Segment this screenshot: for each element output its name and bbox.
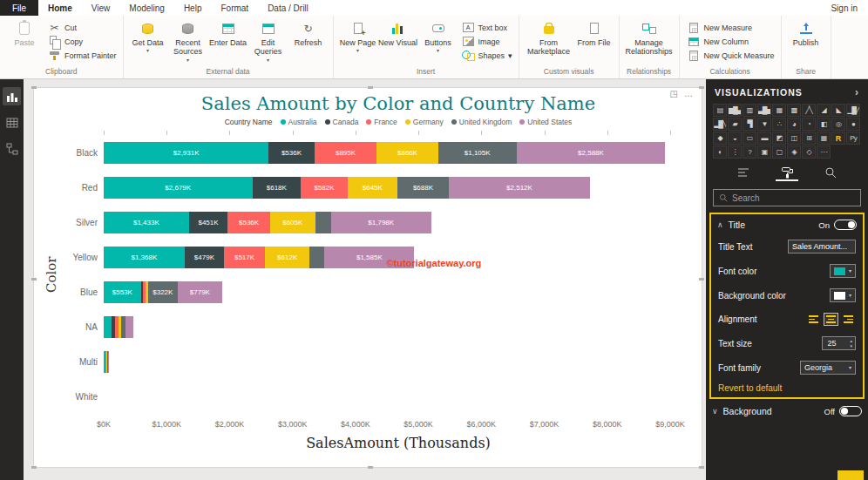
legend-item[interactable]: Germany <box>405 118 444 126</box>
legend-item[interactable]: United States <box>519 118 572 126</box>
resize-handle[interactable] <box>31 278 37 281</box>
bar-segment[interactable]: $582K <box>301 177 348 199</box>
sign-in-button[interactable]: Sign in <box>820 0 868 16</box>
key-influencers-icon[interactable]: ◐ <box>713 145 727 159</box>
new-quick-measure-button[interactable]: New Quick Measure <box>688 50 775 61</box>
new-visual-button[interactable]: New Visual <box>378 17 418 47</box>
align-center-button[interactable] <box>824 313 838 326</box>
bar-segment[interactable]: $618K <box>253 177 302 199</box>
100-stacked-bar-chart-icon[interactable]: ▦ <box>772 104 786 117</box>
resize-handle[interactable] <box>699 278 704 281</box>
text-size-input[interactable]: 25 ▴ ▾ <box>822 336 856 350</box>
bar-segment[interactable] <box>108 351 110 373</box>
stacked-bar[interactable] <box>104 316 133 338</box>
resize-handle[interactable] <box>31 466 37 469</box>
stacked-bar[interactable]: $553K$322K$779K <box>104 281 222 303</box>
resize-handle[interactable] <box>699 466 704 469</box>
decomposition-tree-icon[interactable]: ⋮ <box>728 145 742 159</box>
legend-item[interactable]: Canada <box>325 118 359 126</box>
scatter-chart-icon[interactable]: ∴ <box>772 118 786 131</box>
area-chart-icon[interactable]: ◢ <box>817 104 831 117</box>
bar-segment[interactable] <box>125 316 133 338</box>
manage-relationships-button[interactable]: Manage Relationships <box>624 17 675 57</box>
text-box-button[interactable]: Text box <box>462 22 512 33</box>
search-input[interactable] <box>732 193 855 203</box>
font-family-dropdown[interactable]: Georgia ▾ <box>800 361 856 375</box>
table-icon[interactable]: ⊞ <box>802 132 816 145</box>
map-icon[interactable]: ◎ <box>831 118 845 131</box>
align-left-button[interactable] <box>806 313 821 326</box>
enter-data-button[interactable]: Enter Data <box>208 17 248 47</box>
stacked-bar[interactable]: $2,931K$536K$895K$866K$1,105K$2,588K <box>104 142 665 164</box>
clustered-column-chart-icon[interactable]: ▃█▅ <box>757 104 771 117</box>
funnel-chart-icon[interactable]: ▼ <box>757 118 771 131</box>
bar-segment[interactable]: $2,679K <box>104 177 253 199</box>
legend-item[interactable]: France <box>366 118 397 126</box>
background-toggle[interactable] <box>839 406 862 416</box>
stacked-bar[interactable]: $1,368K$479K$517K$612K$1,585K <box>104 247 414 268</box>
caret-up-icon[interactable]: ▴ <box>850 339 852 343</box>
card-icon[interactable]: ▭ <box>743 132 756 145</box>
file-menu-button[interactable]: File <box>0 0 38 16</box>
bar-segment[interactable]: $779K <box>178 281 222 303</box>
filled-map-icon[interactable]: ● <box>846 118 860 131</box>
line-and-stacked-column-chart-icon[interactable]: ▁█╱ <box>846 104 860 117</box>
tab-help[interactable]: Help <box>174 0 212 16</box>
matrix-icon[interactable]: ▦ <box>817 132 831 145</box>
edit-queries-button[interactable]: Edit Queries ▾ <box>248 17 288 63</box>
multi-row-card-icon[interactable]: ▬ <box>757 132 771 145</box>
title-toggle[interactable] <box>834 220 857 230</box>
fields-tab[interactable] <box>732 166 755 181</box>
new-column-button[interactable]: New Column <box>688 36 775 47</box>
bar-segment[interactable]: $2,588K <box>517 142 666 164</box>
bar-segment[interactable]: $2,512K <box>449 177 590 199</box>
copy-button[interactable]: Copy <box>48 36 117 47</box>
python-visual-icon[interactable]: Py <box>846 132 860 145</box>
bar-segment[interactable]: $1,368K <box>104 247 185 268</box>
tab-home[interactable]: Home <box>38 0 82 16</box>
bar-segment[interactable]: $895K <box>315 142 377 164</box>
legend-item[interactable]: United Kingdom <box>451 118 512 126</box>
image-button[interactable]: Image <box>462 36 512 47</box>
stacked-bar[interactable] <box>104 351 109 373</box>
bar-segment[interactable]: $1,798K <box>331 212 431 233</box>
stacked-bar[interactable]: $2,679K$618K$582K$645K$688K$2,512K <box>104 177 590 199</box>
revert-to-default-link[interactable]: Revert to default <box>711 380 863 395</box>
stacked-bar[interactable]: $1,433K$451K$536K$605K$1,798K <box>104 212 431 233</box>
arcgis-map-icon[interactable]: ◈ <box>787 145 801 159</box>
bar-segment[interactable]: $612K <box>265 247 309 268</box>
smart-narrative-icon[interactable]: ▣ <box>757 145 771 159</box>
caret-down-icon[interactable]: ▾ <box>850 344 852 348</box>
bar-segment[interactable]: $322K <box>148 281 179 303</box>
new-measure-button[interactable]: New Measure <box>688 22 775 33</box>
title-text-input[interactable] <box>788 240 856 254</box>
format-tab[interactable] <box>776 166 798 181</box>
bar-segment[interactable]: $1,433K <box>104 212 189 233</box>
qa-visual-icon[interactable]: ? <box>743 145 756 159</box>
from-marketplace-button[interactable]: From Marketplace <box>524 17 574 57</box>
format-painter-button[interactable]: Format Painter <box>48 50 117 61</box>
resize-handle[interactable] <box>368 466 373 469</box>
more-options-icon[interactable]: … <box>684 89 693 98</box>
align-right-button[interactable] <box>841 313 856 326</box>
new-page-button[interactable]: New Page ▾ <box>338 17 378 53</box>
legend-item[interactable]: Australia <box>281 118 317 126</box>
recent-sources-button[interactable]: Recent Sources ▾ <box>168 17 208 63</box>
r-script-visual-icon[interactable]: R <box>831 132 845 145</box>
stacked-bar-chart-visual[interactable]: ◳ … Sales Amount by Color and Country Na… <box>33 87 702 468</box>
paginated-report-icon[interactable]: ▢ <box>772 145 786 159</box>
model-view-button[interactable] <box>3 139 21 158</box>
tab-view[interactable]: View <box>82 0 120 16</box>
power-apps-icon[interactable]: ◇ <box>802 145 816 159</box>
data-view-button[interactable] <box>3 113 21 132</box>
chevron-down-icon[interactable]: ∨ <box>712 407 718 416</box>
stacked-area-chart-icon[interactable]: ◣ <box>831 104 845 117</box>
bar-segment[interactable]: $1,105K <box>438 142 517 164</box>
buttons-button[interactable]: Buttons ▾ <box>418 17 458 53</box>
refresh-button[interactable]: ↻ Refresh <box>288 17 329 47</box>
collapse-pane-icon[interactable]: › <box>855 86 859 98</box>
bar-segment[interactable]: $536K <box>227 212 270 233</box>
report-view-button[interactable] <box>3 87 21 105</box>
get-data-button[interactable]: Get Data ▾ <box>128 17 168 53</box>
bar-segment[interactable]: $688K <box>397 177 449 199</box>
